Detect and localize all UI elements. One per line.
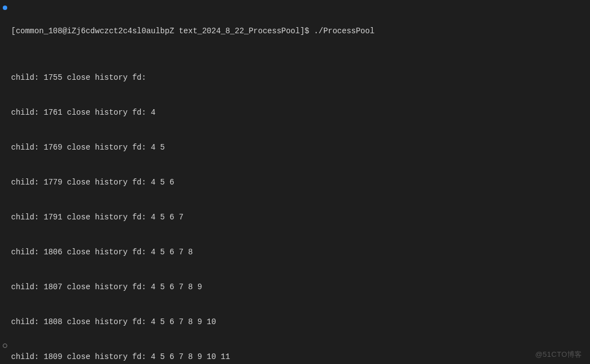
prompt-line: [common_108@iZj6cdwczct2c4sl0aulbpZ text… (11, 25, 586, 37)
modified-dot-icon (3, 6, 7, 10)
editor-gutter (0, 0, 10, 364)
shell-prompt: [common_108@iZj6cdwczct2c4sl0aulbpZ text… (11, 27, 314, 35)
output-line: child: 1761 close history fd: 4 (11, 107, 586, 119)
output-line: child: 1791 close history fd: 4 5 6 7 (11, 212, 586, 223)
output-line: child: 1807 close history fd: 4 5 6 7 8 … (11, 281, 586, 293)
output-line: child: 1769 close history fd: 4 5 (11, 142, 586, 153)
output-line: child: 1806 close history fd: 4 5 6 7 8 (11, 247, 586, 258)
output-line: child: 1779 close history fd: 4 5 6 (11, 177, 586, 188)
output-line: child: 1808 close history fd: 4 5 6 7 8 … (11, 316, 586, 328)
output-line: child: 1809 close history fd: 4 5 6 7 8 … (11, 351, 586, 363)
breakpoint-outline-icon (3, 344, 7, 348)
watermark-text: @51CTO博客 (535, 350, 582, 360)
terminal-output[interactable]: [common_108@iZj6cdwczct2c4sl0aulbpZ text… (11, 2, 586, 364)
output-line: child: 1755 close history fd: (11, 72, 586, 84)
entered-command: ./ProcessPool (314, 27, 374, 35)
